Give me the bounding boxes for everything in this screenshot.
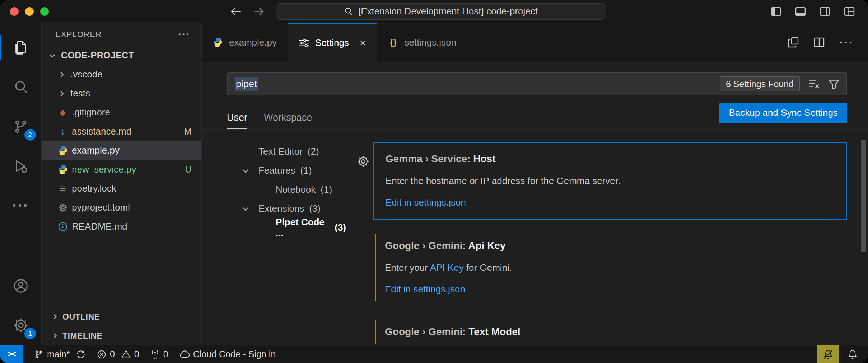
customize-layout-icon[interactable] — [844, 6, 855, 17]
setting-google-gemini-text-model[interactable]: Google › Gemini: Text Model — [373, 316, 847, 345]
settings-list: Gemma › Service: Host Enter the hostname… — [356, 142, 847, 345]
maximize-window-button[interactable] — [40, 7, 49, 16]
activity-more-button[interactable]: ··· — [0, 186, 42, 225]
tab-strip: example.py Settings × {} settings.json — [202, 23, 868, 62]
api-key-link[interactable]: API Key — [430, 262, 464, 273]
problems-status-item[interactable]: 0 0 — [97, 349, 139, 359]
close-window-button[interactable] — [10, 7, 19, 16]
setting-gemma-service-host[interactable]: Gemma › Service: Host Enter the hostname… — [373, 142, 847, 220]
git-status-badge: U — [185, 165, 201, 175]
toggle-sidebar-icon[interactable] — [770, 6, 782, 17]
activity-source-control-button[interactable]: 2 — [0, 107, 42, 146]
activity-accounts-button[interactable] — [0, 266, 42, 306]
tree-item-gitignore[interactable]: ◆ .gitignore — [42, 103, 201, 122]
radio-tower-icon — [150, 349, 160, 359]
git-status-badge: M — [184, 127, 201, 137]
branch-status-item[interactable]: main* — [34, 349, 70, 359]
run-debug-icon — [13, 158, 29, 174]
vscode-window: [Extension Development Host] code-projec… — [0, 0, 868, 363]
status-bar: >< main* 0 0 0 — [0, 345, 868, 363]
activity-settings-button[interactable]: 1 — [0, 306, 42, 345]
tab-settings-json[interactable]: {} settings.json — [377, 23, 467, 62]
backup-sync-settings-button[interactable]: Backup and Sync Settings — [719, 103, 847, 123]
ports-status-item[interactable]: 0 — [150, 349, 168, 359]
tree-item-readme-md[interactable]: README.md — [42, 217, 201, 236]
tree-item-new-service-py[interactable]: new_service.py U — [42, 160, 201, 179]
back-icon[interactable] — [230, 5, 242, 18]
remote-icon: >< — [8, 349, 16, 359]
edit-in-settings-json-link[interactable]: Edit in settings.json — [386, 197, 466, 208]
cloud-code-status-item[interactable]: Cloud Code - Sign in — [179, 349, 276, 360]
tree-item-poetry-lock[interactable]: ≡ poetry.lock — [42, 179, 201, 198]
git-branch-icon — [34, 349, 44, 359]
search-value: pipet — [235, 77, 258, 91]
settings-badge: 1 — [24, 328, 36, 339]
toml-gear-icon — [57, 203, 68, 212]
compare-changes-icon[interactable] — [788, 37, 799, 48]
python-file-icon — [57, 165, 68, 175]
warnings-icon — [121, 349, 131, 359]
info-file-icon — [57, 222, 68, 232]
json-braces-icon: {} — [388, 37, 398, 47]
tree-item-tests[interactable]: tests — [42, 84, 201, 103]
activity-run-debug-button[interactable] — [0, 146, 42, 186]
chevron-right-icon — [51, 332, 59, 340]
minimize-window-button[interactable] — [25, 7, 34, 16]
tree-root-code-project[interactable]: CODE-PROJECT — [42, 46, 201, 65]
toc-features[interactable]: Features (1) — [227, 161, 356, 180]
notifications-bell-icon[interactable] — [847, 349, 858, 360]
title-bar: [Extension Development Host] code-projec… — [0, 0, 868, 23]
python-file-icon — [213, 37, 223, 47]
lock-file-icon: ≡ — [57, 183, 68, 195]
explorer-more-actions-icon[interactable]: ··· — [178, 28, 190, 41]
more-actions-icon[interactable]: ··· — [839, 36, 854, 48]
tab-settings[interactable]: Settings × — [288, 23, 377, 62]
remote-indicator[interactable]: >< — [0, 345, 23, 363]
settings-search-input[interactable]: pipet 6 Settings Found — [227, 72, 847, 95]
setting-edit-gear-icon[interactable] — [357, 155, 370, 168]
close-tab-icon[interactable]: × — [360, 38, 366, 48]
window-controls — [0, 7, 75, 16]
tree-item-vscode[interactable]: .vscode — [42, 65, 201, 84]
command-center[interactable]: [Extension Development Host] code-projec… — [276, 3, 606, 20]
filter-icon[interactable] — [828, 78, 840, 90]
activity-explorer-button[interactable] — [0, 28, 42, 67]
window-title: [Extension Development Host] code-projec… — [358, 6, 538, 17]
edit-in-settings-json-link[interactable]: Edit in settings.json — [385, 283, 465, 295]
cloud-icon — [179, 349, 190, 360]
chevron-down-icon — [241, 166, 253, 175]
activity-search-button[interactable] — [0, 67, 42, 107]
tree-item-assistance-md[interactable]: ↓ assistance.md M — [42, 122, 201, 141]
errors-icon — [97, 349, 107, 359]
toggle-secondary-sidebar-icon[interactable] — [819, 6, 831, 17]
ports-count: 0 — [163, 349, 168, 359]
setting-google-gemini-api-key[interactable]: Google › Gemini: Api Key Enter your API … — [373, 230, 847, 306]
tree-item-example-py[interactable]: example.py — [42, 141, 201, 160]
scope-tab-workspace[interactable]: Workspace — [264, 112, 312, 129]
scope-tab-user[interactable]: User — [227, 112, 247, 129]
cloud-code-label: Cloud Code - Sign in — [193, 349, 276, 359]
do-not-disturb-status-item[interactable] — [817, 345, 839, 363]
tree-item-pyproject-toml[interactable]: pyproject.toml — [42, 198, 201, 217]
forward-icon[interactable] — [253, 5, 265, 18]
editor-scrollbar[interactable] — [861, 140, 866, 252]
toc-notebook[interactable]: Notebook (1) — [227, 180, 356, 199]
branch-name: main* — [47, 349, 70, 359]
tab-example-py[interactable]: example.py — [202, 23, 288, 62]
outline-section[interactable]: OUTLINE — [42, 307, 201, 326]
split-editor-icon[interactable] — [813, 37, 825, 48]
toc-extensions[interactable]: Extensions (3) — [227, 199, 356, 218]
toc-text-editor[interactable]: Text Editor (2) — [227, 142, 356, 161]
timeline-section[interactable]: TIMELINE — [42, 326, 201, 345]
files-icon — [13, 39, 29, 56]
chevron-right-icon — [51, 313, 59, 321]
setting-description: Enter the hostname or IP address for the… — [386, 175, 835, 187]
toc-pipet-code[interactable]: Pipet Code ... (3) — [227, 218, 356, 237]
sync-changes-item[interactable] — [76, 349, 86, 359]
toggle-panel-icon[interactable] — [795, 6, 806, 17]
explorer-title: EXPLORER — [55, 30, 102, 39]
settings-editor: pipet 6 Settings Found User Wo — [202, 62, 868, 345]
clear-filters-icon[interactable] — [808, 78, 820, 90]
explorer-sidebar: EXPLORER ··· CODE-PROJECT .vscode te — [42, 23, 202, 345]
bell-slash-icon — [823, 349, 834, 360]
